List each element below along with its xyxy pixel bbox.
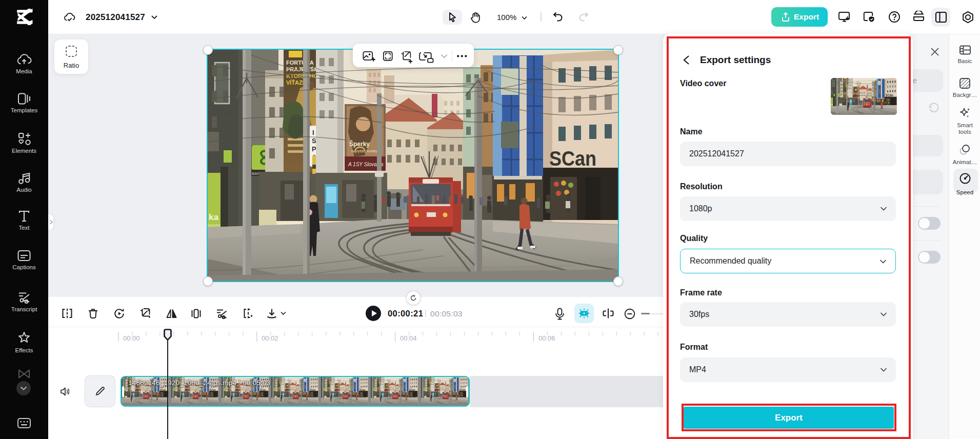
svg-text:00:02: 00:02: [262, 334, 278, 342]
svg-text:00:06: 00:06: [538, 334, 555, 342]
svg-text:00:00: 00:00: [123, 334, 140, 342]
svg-text:00:04: 00:04: [400, 334, 417, 342]
